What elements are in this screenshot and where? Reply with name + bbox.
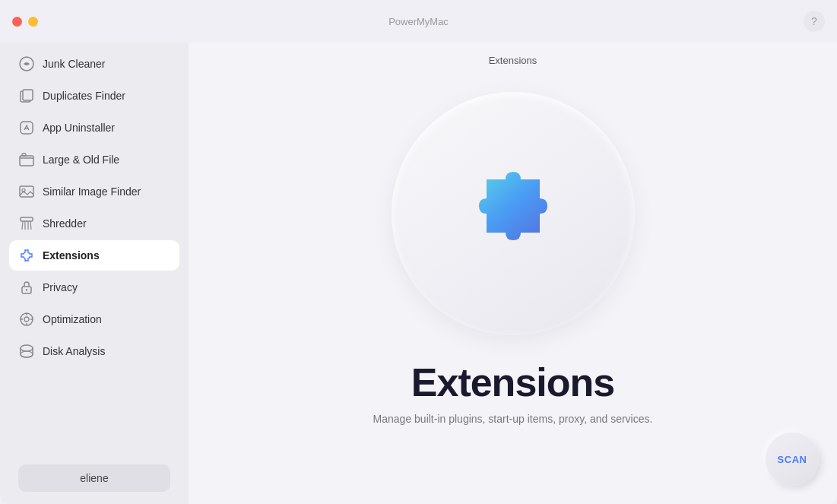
main-layout: Junk Cleaner Duplicates Finder App Unins…: [0, 43, 837, 504]
content-header-title: Extensions: [489, 55, 537, 66]
svg-line-13: [30, 221, 31, 230]
svg-point-18: [21, 345, 33, 351]
sidebar-item-privacy[interactable]: Privacy: [9, 272, 179, 303]
minimize-button[interactable]: [28, 17, 38, 27]
help-button[interactable]: ?: [804, 11, 825, 32]
svg-point-17: [24, 317, 29, 322]
content-header: Extensions: [189, 43, 837, 78]
app-name: PowerMyMac: [388, 16, 449, 27]
scan-button[interactable]: SCAN: [766, 433, 819, 486]
sidebar-item-shredder[interactable]: Shredder: [9, 208, 179, 239]
traffic-lights: [12, 17, 38, 27]
shredder-icon: [18, 215, 35, 232]
svg-rect-2: [23, 90, 33, 100]
optimization-icon: [18, 311, 35, 328]
content-area: Extensions Extensions Manage built-in pl…: [189, 43, 837, 504]
sidebar-item-duplicates-finder[interactable]: Duplicates Finder: [9, 81, 179, 111]
svg-line-10: [22, 221, 23, 230]
sidebar-item-extensions-label: Extensions: [43, 249, 100, 262]
sidebar-item-disk-analysis-label: Disk Analysis: [43, 345, 105, 357]
sidebar-item-disk-analysis[interactable]: Disk Analysis: [9, 336, 179, 366]
disk-analysis-icon: [18, 343, 35, 360]
user-button[interactable]: eliene: [18, 464, 170, 492]
svg-rect-3: [21, 122, 33, 134]
sidebar-item-privacy-label: Privacy: [43, 281, 78, 293]
app-uninstaller-icon: [18, 119, 35, 136]
feature-icon-circle: [392, 92, 635, 335]
svg-point-19: [21, 351, 33, 357]
sidebar-item-app-uninstaller[interactable]: App Uninstaller: [9, 113, 179, 143]
sidebar-item-similar-image-finder[interactable]: Similar Image Finder: [9, 176, 179, 207]
privacy-icon: [18, 279, 35, 296]
sidebar-item-junk-cleaner-label: Junk Cleaner: [43, 58, 106, 70]
titlebar: PowerMyMac ?: [0, 0, 837, 43]
sidebar-item-large-old-file-label: Large & Old File: [43, 154, 119, 166]
puzzle-icon: [445, 145, 582, 282]
feature-title: Extensions: [411, 360, 614, 405]
sidebar-item-large-old-file[interactable]: Large & Old File: [9, 144, 179, 175]
sidebar-item-optimization[interactable]: Optimization: [9, 304, 179, 334]
sidebar-item-optimization-label: Optimization: [43, 313, 102, 325]
sidebar: Junk Cleaner Duplicates Finder App Unins…: [0, 43, 189, 504]
sidebar-item-app-uninstaller-label: App Uninstaller: [43, 122, 115, 134]
duplicates-finder-icon: [18, 87, 35, 104]
sidebar-item-duplicates-finder-label: Duplicates Finder: [43, 90, 125, 102]
svg-rect-7: [20, 186, 33, 197]
close-button[interactable]: [12, 17, 22, 27]
sidebar-item-junk-cleaner[interactable]: Junk Cleaner: [9, 49, 179, 79]
svg-rect-6: [22, 154, 26, 156]
svg-rect-5: [20, 156, 33, 166]
sidebar-footer: eliene: [9, 458, 179, 498]
sidebar-item-similar-image-finder-label: Similar Image Finder: [43, 185, 141, 198]
similar-image-finder-icon: [18, 183, 35, 200]
junk-cleaner-icon: [18, 55, 35, 72]
svg-point-15: [26, 289, 27, 290]
large-old-file-icon: [18, 151, 35, 168]
extensions-icon: [18, 247, 35, 264]
feature-description: Manage built-in plugins, start-up items,…: [373, 413, 653, 425]
sidebar-item-extensions[interactable]: Extensions: [9, 240, 179, 271]
svg-rect-9: [21, 217, 33, 221]
sidebar-item-shredder-label: Shredder: [43, 217, 87, 230]
